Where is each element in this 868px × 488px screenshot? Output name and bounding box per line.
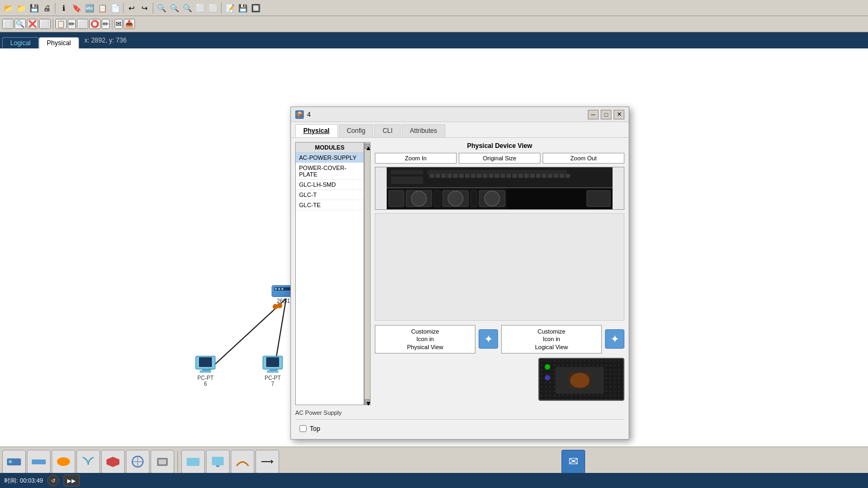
- palette-hubs[interactable]: [52, 450, 75, 473]
- tb2-search[interactable]: 🔍: [15, 19, 26, 29]
- svg-rect-73: [159, 459, 166, 464]
- modules-scrollbar[interactable]: ▲ ▼: [364, 142, 371, 405]
- svg-rect-20: [436, 174, 440, 178]
- tb-rect[interactable]: ⬜: [194, 2, 206, 14]
- tb-zoom-fit[interactable]: 🔍: [168, 2, 180, 14]
- modal-tab-attributes[interactable]: Attributes: [402, 124, 445, 137]
- top-label: Top: [310, 425, 320, 433]
- zoom-in-btn[interactable]: Zoom In: [375, 153, 457, 164]
- pc6-icon: [195, 355, 216, 375]
- svg-point-52: [485, 191, 500, 206]
- svg-rect-42: [566, 174, 570, 178]
- palette-custom[interactable]: [151, 450, 174, 473]
- module-glc-te[interactable]: GLC-TE: [296, 200, 364, 210]
- zoom-out-btn[interactable]: Zoom Out: [543, 153, 624, 164]
- tb-save[interactable]: 💾: [28, 2, 40, 14]
- device-palette: [2, 450, 279, 473]
- svg-rect-19: [430, 174, 434, 178]
- modal-close[interactable]: ✕: [614, 110, 624, 119]
- palette-wireless[interactable]: [76, 450, 100, 473]
- module-ac-power[interactable]: AC-POWER-SUPPLY: [296, 153, 364, 163]
- tb2-delete[interactable]: ❌: [27, 19, 38, 29]
- svg-rect-7: [199, 357, 212, 367]
- svg-rect-66: [32, 459, 46, 464]
- modal-tab-physical[interactable]: Physical: [295, 124, 338, 137]
- tb-zoom-in[interactable]: 🔍: [155, 2, 167, 14]
- tb2-email[interactable]: ✉: [115, 19, 123, 29]
- bottom-toolbar: ✉: [0, 447, 868, 476]
- tb2-inbox[interactable]: 📥: [124, 19, 135, 29]
- svg-marker-78: [271, 459, 273, 464]
- module-glc-t[interactable]: GLC-T: [296, 190, 364, 200]
- sep3: [153, 3, 153, 13]
- module-glc-lh[interactable]: GLC-LH-SMD: [296, 180, 364, 190]
- tb2-ellipse[interactable]: ⭕: [89, 19, 101, 29]
- modal-tab-config[interactable]: Config: [339, 124, 374, 137]
- device-pc7[interactable]: PC-PT 7: [262, 355, 283, 387]
- modules-panel: MODULES AC-POWER-SUPPLY POWER-COVER-PLAT…: [295, 142, 364, 405]
- tb-paste[interactable]: 📄: [109, 2, 121, 14]
- time-reset-btn[interactable]: ↺: [47, 475, 59, 486]
- sep4: [221, 3, 222, 13]
- tb-copy[interactable]: 📋: [96, 2, 108, 14]
- fast-forward-btn[interactable]: ▶▶: [63, 475, 80, 486]
- tb-open[interactable]: 📁: [15, 2, 27, 14]
- svg-rect-29: [489, 174, 493, 178]
- pc7-label: PC-PT: [265, 375, 281, 381]
- customize-logical-icon[interactable]: ✦: [605, 329, 624, 349]
- tb-undo[interactable]: ↩: [126, 2, 138, 14]
- module-power-cover[interactable]: POWER-COVER-PLATE: [296, 163, 364, 180]
- tab-physical-label: Physical: [47, 39, 71, 47]
- tb-zoom-out[interactable]: 🔍: [181, 2, 193, 14]
- tb-bookmark[interactable]: 🔖: [70, 2, 82, 14]
- tb2-draw[interactable]: ✏: [68, 19, 76, 29]
- tab-physical[interactable]: Physical: [39, 37, 79, 48]
- tb2-rect3[interactable]: ⬜: [77, 19, 88, 29]
- scenario-btn[interactable]: ✉: [561, 450, 585, 473]
- svg-point-60: [570, 373, 589, 388]
- tab-logical[interactable]: Logical: [2, 37, 39, 48]
- tb-print[interactable]: 🖨: [41, 2, 53, 14]
- modal-minimize[interactable]: ─: [588, 110, 599, 119]
- canvas-wrapper[interactable]: 26G1 PC-PT 6: [0, 48, 868, 447]
- svg-point-3: [273, 304, 278, 309]
- palette-pcs[interactable]: [206, 450, 230, 473]
- palette-pdu[interactable]: [181, 450, 205, 473]
- tb-note[interactable]: 📝: [224, 2, 236, 14]
- palette-routers[interactable]: [2, 450, 26, 473]
- modal-tab-cli[interactable]: CLI: [374, 124, 401, 137]
- customize-physical-btn[interactable]: Customize Icon in Physical View: [375, 325, 475, 353]
- tb-frame[interactable]: 🔲: [250, 2, 261, 14]
- svg-point-65: [9, 460, 12, 463]
- tb-save2[interactable]: 💾: [237, 2, 248, 14]
- scenario-icon: ✉: [568, 455, 578, 469]
- top-checkbox[interactable]: [300, 425, 307, 432]
- tb-info[interactable]: ℹ: [58, 2, 69, 14]
- tb2-pen[interactable]: ✏: [102, 19, 110, 29]
- tb2-inspect[interactable]: ⬜: [39, 19, 51, 29]
- modal-maximize[interactable]: □: [601, 110, 611, 119]
- tb-rect2[interactable]: ⬜: [207, 2, 219, 14]
- customize-physical-icon[interactable]: ✦: [479, 329, 498, 349]
- tb-text[interactable]: 🔤: [83, 2, 95, 14]
- svg-rect-21: [442, 174, 446, 178]
- customize-logical-btn[interactable]: Customize Icon in Logical View: [501, 325, 602, 353]
- tb-redo[interactable]: ↪: [139, 2, 151, 14]
- status-time: 时间: 00:03:49: [4, 477, 43, 485]
- scroll-down[interactable]: ▼: [365, 399, 370, 405]
- palette-wan[interactable]: [126, 450, 150, 473]
- palette-security[interactable]: [101, 450, 125, 473]
- svg-rect-24: [459, 174, 464, 178]
- palette-switches[interactable]: [27, 450, 51, 473]
- scroll-up[interactable]: ▲: [365, 144, 370, 149]
- tab-bar: Logical Physical x: 2892, y: 736: [0, 32, 868, 48]
- tb2-note[interactable]: 📋: [55, 19, 67, 29]
- palette-cables[interactable]: [231, 450, 254, 473]
- tb-new[interactable]: 📂: [2, 2, 14, 14]
- zoom-controls: Zoom In Original Size Zoom Out: [375, 153, 624, 164]
- palette-connections[interactable]: [255, 450, 279, 473]
- svg-rect-17: [427, 170, 567, 174]
- original-size-btn[interactable]: Original Size: [459, 153, 540, 164]
- device-pc6[interactable]: PC-PT 6: [195, 355, 216, 387]
- tb2-select[interactable]: ⬜: [2, 19, 13, 29]
